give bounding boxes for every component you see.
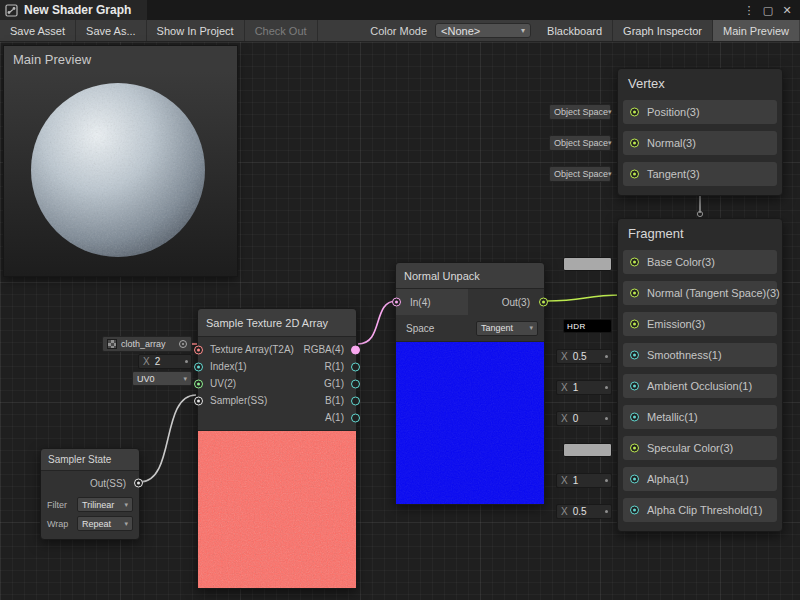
port-emission[interactable]: [630, 320, 639, 329]
port-g[interactable]: [351, 379, 360, 388]
blackboard-toggle-button[interactable]: Blackboard: [537, 20, 613, 41]
main-preview-panel[interactable]: Main Preview: [4, 46, 237, 276]
row-label: Position(3): [647, 106, 700, 118]
fragment-node[interactable]: Fragment Base Color(3) Normal (Tangent S…: [617, 218, 783, 532]
field-value: 2: [155, 356, 161, 367]
output-label: Out(SS): [90, 478, 126, 489]
color-mode-value: <None>: [441, 25, 480, 37]
row-label: Normal(3): [647, 137, 696, 149]
port-row: In(4) Out(3): [396, 289, 544, 315]
port-metallic[interactable]: [630, 413, 639, 422]
alpha-field[interactable]: X 1: [556, 473, 612, 488]
maximize-icon[interactable]: ▢: [760, 2, 776, 18]
fragment-row-specular-color[interactable]: Specular Color(3): [623, 436, 777, 460]
uv-channel-dropdown[interactable]: UV0 ▾: [132, 371, 192, 386]
port-sampler[interactable]: [194, 396, 203, 405]
normal-unpack-node[interactable]: Normal Unpack In(4) Out(3) Space Tangent…: [395, 262, 545, 505]
smoothness-field[interactable]: X 0.5: [556, 349, 612, 364]
toolbar: Save Asset Save As... Show In Project Ch…: [0, 20, 800, 42]
fragment-row-alpha[interactable]: Alpha(1): [623, 467, 777, 491]
chevron-down-icon: ▾: [183, 375, 187, 383]
fragment-row-alpha-clip-threshold[interactable]: Alpha Clip Threshold(1): [623, 498, 777, 522]
filter-label: Filter: [47, 500, 73, 510]
wire-out-to-normal[interactable]: [546, 295, 623, 301]
specular-color-swatch[interactable]: [563, 443, 612, 457]
wrap-dropdown[interactable]: Repeat ▾: [77, 516, 133, 531]
fragment-row-smoothness[interactable]: Smoothness(1): [623, 343, 777, 367]
fragment-rows: Base Color(3) Normal (Tangent Space)(3) …: [618, 245, 782, 531]
metallic-field[interactable]: X 0: [556, 411, 612, 426]
port-index[interactable]: [194, 362, 203, 371]
kebab-menu-icon[interactable]: ⋮: [741, 2, 757, 18]
port-rows: Texture Array(T2A) RGBA(4) Index(1) R(1)…: [198, 337, 356, 430]
port-tangent[interactable]: [630, 170, 639, 179]
drag-dot: [605, 417, 608, 420]
port-out[interactable]: [539, 298, 548, 307]
fragment-row-emission[interactable]: Emission(3): [623, 312, 777, 336]
port-smoothness[interactable]: [630, 351, 639, 360]
port-normal-tangent-space[interactable]: [630, 289, 639, 298]
texture-array-object-field[interactable]: cloth_array: [102, 336, 192, 352]
save-asset-button[interactable]: Save Asset: [0, 20, 76, 41]
shader-graph-tab[interactable]: New Shader Graph: [0, 0, 147, 20]
port-b[interactable]: [351, 396, 360, 405]
port-uv[interactable]: [194, 379, 203, 388]
port-alpha[interactable]: [630, 475, 639, 484]
port-base-color[interactable]: [630, 258, 639, 267]
sampler-state-node[interactable]: Sampler State Out(SS) Filter Trilinear ▾…: [40, 448, 140, 540]
object-picker-icon[interactable]: [179, 340, 187, 348]
port-in[interactable]: [392, 298, 401, 307]
port-texture-array[interactable]: [194, 345, 203, 354]
port-rgba[interactable]: [351, 345, 360, 354]
vertex-row-position[interactable]: Position(3): [623, 100, 777, 124]
wire-samplerstate-to-sampler[interactable]: [140, 395, 196, 482]
tangent-space-dropdown[interactable]: Object Space ▾: [549, 166, 611, 182]
fragment-row-metallic[interactable]: Metallic(1): [623, 405, 777, 429]
emission-color-swatch[interactable]: HDR: [563, 319, 612, 333]
fragment-row-ambient-occlusion[interactable]: Ambient Occlusion(1): [623, 374, 777, 398]
ambient-occlusion-field[interactable]: X 1: [556, 380, 612, 395]
node-title: Sample Texture 2D Array: [198, 309, 356, 337]
save-as-button[interactable]: Save As...: [76, 20, 147, 41]
normal-space-dropdown[interactable]: Object Space ▾: [549, 135, 611, 151]
wire-rgba-to-in[interactable]: [358, 301, 396, 344]
filter-row: Filter Trilinear ▾: [41, 495, 139, 514]
texture-array-value: cloth_array: [121, 339, 166, 349]
port-position[interactable]: [630, 108, 639, 117]
window-title: New Shader Graph: [24, 3, 131, 17]
port-normal[interactable]: [630, 139, 639, 148]
row-label: Alpha Clip Threshold(1): [647, 504, 762, 516]
fragment-row-base-color[interactable]: Base Color(3): [623, 250, 777, 274]
vertex-node[interactable]: Vertex Position(3) Normal(3) Tangent(3): [617, 68, 783, 196]
row-label: Smoothness(1): [647, 349, 722, 361]
field-value: 0.5: [573, 351, 587, 362]
sample-texture-2d-array-node[interactable]: Sample Texture 2D Array Texture Array(T2…: [197, 308, 357, 589]
port-ambient-occlusion[interactable]: [630, 382, 639, 391]
vertex-row-normal[interactable]: Normal(3): [623, 131, 777, 155]
port-r[interactable]: [351, 362, 360, 371]
index-field[interactable]: X 2: [138, 354, 192, 369]
port-a[interactable]: [351, 413, 360, 422]
field-value: 1: [573, 382, 579, 393]
field-value: 0: [573, 413, 579, 424]
port-out-ss[interactable]: [134, 479, 143, 488]
row-label: Alpha(1): [647, 473, 689, 485]
main-preview-toggle-button[interactable]: Main Preview: [713, 20, 800, 41]
row-label: Metallic(1): [647, 411, 698, 423]
alpha-clip-threshold-field[interactable]: X 0.5: [556, 504, 612, 519]
graph-inspector-toggle-button[interactable]: Graph Inspector: [613, 20, 713, 41]
input-label: Index(1): [210, 361, 247, 372]
color-mode-dropdown[interactable]: <None> ▾: [435, 23, 531, 38]
port-alpha-clip-threshold[interactable]: [630, 506, 639, 515]
port-specular-color[interactable]: [630, 444, 639, 453]
filter-dropdown[interactable]: Trilinear ▾: [77, 497, 133, 512]
close-icon[interactable]: ✕: [779, 2, 795, 18]
base-color-swatch[interactable]: [563, 257, 612, 271]
graph-canvas[interactable]: Main Preview Ver: [0, 42, 800, 600]
fragment-row-normal-ts[interactable]: Normal (Tangent Space)(3): [623, 281, 777, 305]
x-label: X: [557, 475, 573, 486]
vertex-row-tangent[interactable]: Tangent(3): [623, 162, 777, 186]
space-dropdown[interactable]: Tangent ▾: [476, 321, 538, 336]
show-in-project-button[interactable]: Show In Project: [147, 20, 245, 41]
position-space-dropdown[interactable]: Object Space ▾: [549, 104, 611, 120]
